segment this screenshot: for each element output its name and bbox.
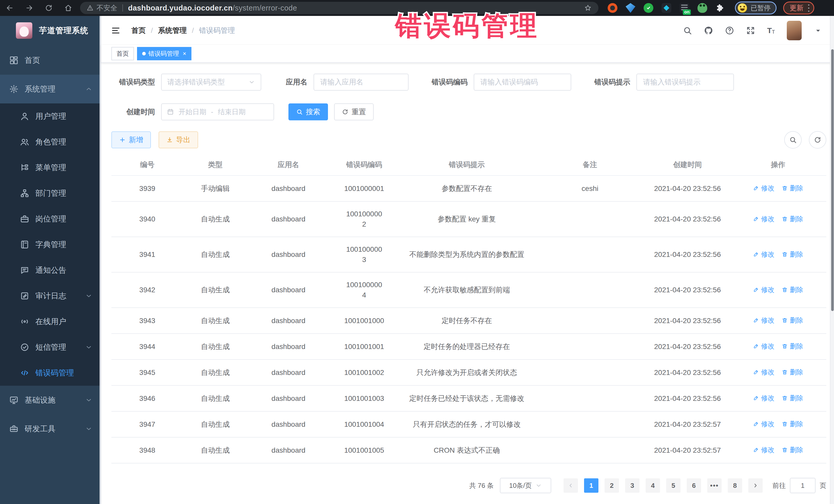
search-icon[interactable] (683, 26, 692, 35)
page-button-2[interactable]: 2 (605, 478, 619, 493)
page-button-3[interactable]: 3 (625, 478, 639, 493)
font-size-icon[interactable]: TT (767, 27, 775, 35)
sidebar-item-dev-tools[interactable]: 研发工具 (0, 414, 101, 443)
more-menu-icon[interactable] (808, 4, 809, 12)
page-button-8[interactable]: 8 (728, 478, 742, 493)
pencil-icon (753, 447, 759, 453)
sidebar-item-error-code-mgmt[interactable]: 错误码管理 (0, 360, 101, 386)
delete-link[interactable]: 删除 (782, 367, 803, 377)
forward-icon[interactable] (25, 4, 34, 12)
reset-button[interactable]: 重置 (334, 104, 374, 120)
sidebar-item-home[interactable]: 首页 (0, 46, 101, 75)
col-id: 编号 (111, 156, 183, 176)
app-logo-row[interactable]: 芋道管理系统 (0, 16, 101, 45)
github-icon[interactable] (704, 26, 713, 35)
extension-gem-icon[interactable] (626, 3, 635, 13)
sidebar-item-menu-mgmt[interactable]: 菜单管理 (0, 155, 101, 180)
browser-update-button[interactable]: 更新 (783, 2, 814, 14)
edit-link[interactable]: 修改 (753, 445, 774, 455)
tag-label: 错误码管理 (148, 49, 179, 58)
extension-adblock-icon[interactable]: on (680, 3, 689, 13)
export-button[interactable]: 导出 (159, 131, 198, 148)
help-icon[interactable] (725, 26, 734, 35)
breadcrumb-item[interactable]: 首页 (131, 26, 146, 36)
sidebar-item-online-users[interactable]: 在线用户 (0, 309, 101, 334)
chevron-down-icon (535, 482, 542, 489)
error-code-input[interactable] (474, 74, 571, 91)
breadcrumb-item[interactable]: 系统管理 (158, 26, 187, 36)
sidebar-item-role-mgmt[interactable]: 角色管理 (0, 129, 101, 155)
goto-page-input[interactable] (790, 478, 815, 493)
sidebar-item-infrastructure[interactable]: 基础设施 (0, 386, 101, 414)
delete-link[interactable]: 删除 (782, 214, 803, 224)
hamburger-icon[interactable] (111, 26, 120, 36)
sidebar-item-dept-mgmt[interactable]: 部门管理 (0, 180, 101, 206)
sidebar-item-sms-mgmt[interactable]: 短信管理 (0, 334, 101, 360)
edit-link[interactable]: 修改 (753, 419, 774, 429)
edit-link[interactable]: 修改 (753, 214, 774, 224)
edit-link[interactable]: 修改 (753, 315, 774, 325)
edit-link[interactable]: 修改 (753, 367, 774, 377)
extensions-puzzle-icon[interactable] (716, 3, 725, 13)
page-size-select[interactable]: 10条/页 (500, 478, 551, 493)
extension-grid-icon[interactable] (662, 3, 671, 13)
avatar[interactable] (787, 21, 802, 40)
toggle-search-button[interactable] (784, 131, 802, 149)
back-icon[interactable] (6, 4, 14, 12)
scrollbar-thumb[interactable] (831, 49, 834, 311)
error-type-select[interactable]: 请选择错误码类型 (161, 74, 261, 91)
cell-app: dashboard (247, 176, 329, 201)
edit-link[interactable]: 修改 (753, 341, 774, 351)
delete-link[interactable]: 删除 (782, 249, 803, 259)
page-button-6[interactable]: 6 (687, 478, 701, 493)
next-page-button[interactable] (748, 478, 763, 493)
error-hint-input[interactable] (636, 74, 734, 91)
extension-check-icon[interactable] (643, 3, 653, 13)
edit-link[interactable]: 修改 (753, 183, 774, 193)
security-label[interactable]: 不安全 (96, 3, 117, 13)
delete-link[interactable]: 删除 (782, 285, 803, 295)
page-button-4[interactable]: 4 (646, 478, 660, 493)
delete-link[interactable]: 删除 (782, 393, 803, 403)
page-content: 错误码类型 请选择错误码类型 应用名 错误码编码 (101, 63, 834, 504)
caret-down-icon[interactable] (813, 26, 823, 35)
delete-link[interactable]: 删除 (782, 183, 803, 193)
close-icon[interactable]: × (183, 50, 186, 57)
sidebar-item-dict-mgmt[interactable]: 字典管理 (0, 232, 101, 257)
extension-ubuntu-icon[interactable] (608, 3, 617, 13)
page-scrollbar[interactable] (830, 16, 834, 504)
delete-link[interactable]: 删除 (782, 341, 803, 351)
browser-home-icon[interactable] (64, 4, 72, 12)
edit-link[interactable]: 修改 (753, 393, 774, 403)
tag-active[interactable]: 错误码管理× (137, 47, 192, 60)
date-range-picker[interactable]: 开始日期 - 结束日期 (161, 104, 274, 120)
sidebar-item-user-mgmt[interactable]: 用户管理 (0, 104, 101, 129)
refresh-table-button[interactable] (809, 131, 826, 149)
sidebar-item-notice-announce[interactable]: 通知公告 (0, 257, 101, 283)
pages-ellipsis[interactable]: ••• (707, 478, 722, 493)
app-name-input[interactable] (313, 74, 409, 91)
screen: 不安全 dashboard.yudao.iocoder.cn/system/er… (0, 0, 834, 504)
delete-link[interactable]: 删除 (782, 445, 803, 455)
page-button-5[interactable]: 5 (666, 478, 681, 493)
edit-link[interactable]: 修改 (753, 285, 774, 295)
cell-code: 1001001001 (329, 334, 399, 359)
search-button[interactable]: 搜索 (288, 104, 328, 120)
browser-profile-chip[interactable]: 已暂停 (735, 2, 776, 14)
delete-link[interactable]: 删除 (782, 315, 803, 325)
reload-icon[interactable] (45, 4, 53, 12)
delete-link[interactable]: 删除 (782, 419, 803, 429)
page-button-1[interactable]: 1 (584, 478, 598, 493)
prev-page-button[interactable] (564, 478, 578, 493)
address-bar[interactable]: 不安全 dashboard.yudao.iocoder.cn/system/er… (80, 2, 598, 14)
fullscreen-icon[interactable] (746, 26, 755, 35)
add-button[interactable]: 新增 (111, 131, 151, 148)
sidebar-item-system-mgmt[interactable]: 系统管理 (0, 75, 101, 104)
cell-type: 自动生成 (183, 359, 247, 386)
extension-frog-icon[interactable] (698, 3, 707, 13)
tag-item[interactable]: 首页 (111, 47, 134, 60)
edit-link[interactable]: 修改 (753, 249, 774, 259)
sidebar-item-audit-log[interactable]: 审计日志 (0, 283, 101, 309)
bookmark-star-icon[interactable] (584, 4, 592, 12)
sidebar-item-post-mgmt[interactable]: 岗位管理 (0, 206, 101, 232)
